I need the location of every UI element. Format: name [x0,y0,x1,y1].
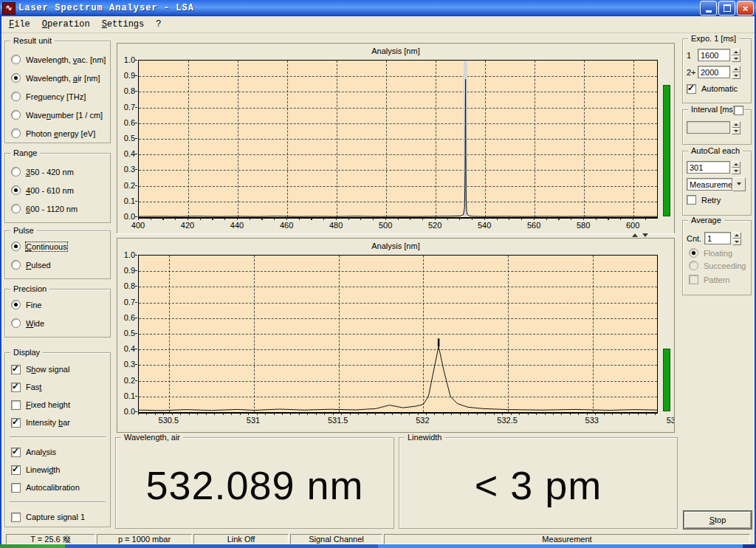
expo2-input[interactable]: 2000 [698,66,730,78]
radio-wavenumber[interactable]: Wavenumber [1 / cm] [5,106,110,124]
radio-label: Photon energy [eV] [26,129,95,138]
radio-indicator [11,129,21,138]
checkbox-indicator [11,513,21,522]
dropdown-arrow-icon[interactable] [732,177,746,191]
exposure-title: Expo. 1 [ms] [688,34,739,43]
radio-fine[interactable]: Fine [5,295,110,314]
plot-area[interactable] [138,60,658,219]
x-axis-tick-label: 540 [468,221,501,230]
status-measurement: Measurement [384,534,750,544]
start-button-edge[interactable] [0,544,65,548]
close-button[interactable]: × [737,1,754,16]
interval-enable-checkbox[interactable] [734,106,743,115]
radio-wavelength-air[interactable]: Wavelength, air [nm] [5,69,110,87]
y-axis-tick-label: 0.6 [117,313,135,322]
plot-area[interactable] [138,255,658,414]
y-axis-tick-label: 0.2 [117,376,135,385]
x-axis-tick-label: 533 [576,416,608,425]
spin-down-icon[interactable] [732,128,740,134]
spin-up-icon[interactable] [732,161,740,168]
checkbox-indicator [11,400,21,410]
radio-indicator [11,204,21,213]
range-group: Range 350 - 420 nm 400 - 610 nm 600 - 11… [4,153,111,223]
left-panel: Result unit Wavelength, vac. [nm] Wavele… [4,41,111,527]
taskbar-app-edge[interactable] [378,544,743,548]
restore-icon [724,4,731,12]
minimize-icon [706,10,712,13]
radio-floating[interactable]: Floating [683,247,751,259]
radio-range-600-1120[interactable]: 600 - 1120 nm [5,199,110,218]
autocal-title: AutoCal each [688,146,743,155]
spin-up-icon[interactable] [732,232,741,239]
y-axis-tick-label: 0.7 [117,298,135,306]
expo1-spinner[interactable] [732,49,740,62]
menu-settings[interactable]: Settings [96,18,151,31]
stop-button[interactable]: Stop [684,511,752,529]
window-title: Laser Spectrum Analyser - LSA [18,3,698,13]
spin-down-icon[interactable] [732,239,741,245]
minimize-button[interactable] [700,1,717,16]
radio-wide[interactable]: Wide [5,314,110,332]
check-fixed-height[interactable]: Fixed height [5,396,110,414]
autocal-group: AutoCal each 301 Measurement Retry [682,151,752,216]
radio-frequency[interactable]: Frequency [THz] [5,87,110,106]
radio-photon-energy[interactable]: Photon energy [eV] [5,124,110,143]
autocal-count-input[interactable]: 301 [687,161,730,174]
check-analysis[interactable]: Analysis [5,443,110,461]
spin-down-icon[interactable] [732,55,740,62]
spin-down-icon[interactable] [732,168,740,174]
check-show-signal[interactable]: Show signal [5,360,110,378]
checkbox-label: Linewidth [26,465,61,474]
radio-wavelength-vac[interactable]: Wavelength, vac. [nm] [5,50,110,69]
check-fast[interactable]: Fast [5,378,110,396]
radio-label: 600 - 1120 nm [26,205,78,213]
check-linewidth[interactable]: Linewidth [5,461,110,479]
intensity-bar [663,349,670,411]
average-spinner[interactable] [732,232,741,245]
radio-range-400-610[interactable]: 400 - 610 nm [5,181,110,199]
x-axis-tick-label: 440 [221,221,253,230]
radio-pulsed[interactable]: Pulsed [5,256,110,274]
y-axis-tick-label: 0.4 [117,344,135,353]
expo1-input[interactable]: 1600 [698,49,730,61]
radio-range-350-420[interactable]: 350 - 420 nm [5,162,110,181]
radio-succeeding[interactable]: Succeeding [683,259,751,272]
radio-indicator [11,55,21,64]
check-pattern[interactable]: Pattern [683,272,751,287]
check-intensity-bar[interactable]: Intensity bar [5,414,110,431]
autocal-spinner[interactable] [732,161,740,174]
interval-input[interactable] [687,121,730,134]
menu-help[interactable]: ? [150,18,167,31]
precision-group: Precision Fine Wide [4,289,111,338]
analysis-chart-full-range[interactable]: Analysis [nm] 40042044046048050052054056… [117,43,675,234]
splitter-down-icon[interactable] [642,233,648,237]
analysis-chart-zoom[interactable]: Analysis [nm] 530.5531531.5532532.553353… [117,238,675,433]
spin-up-icon[interactable] [732,49,740,55]
check-autocalibration[interactable]: Autocalibration [5,479,110,496]
autocal-mode-dropdown[interactable]: Measurement [683,176,751,192]
radio-continuous[interactable]: Continuous [5,237,110,256]
expo2-spinner[interactable] [732,66,740,79]
check-automatic[interactable]: Automatic [683,81,751,97]
check-retry[interactable]: Retry [683,192,751,208]
autocal-mode-value: Measurement [687,178,732,191]
x-axis-tick-label: 530.5 [152,416,185,425]
menu-file[interactable]: File [3,18,36,31]
spectrum-trace [139,61,657,217]
splitter-up-icon[interactable] [632,233,638,237]
radio-indicator [689,261,698,270]
y-axis-tick-label: 0.1 [117,196,135,205]
wavelength-result-title: Wavelength, air [121,433,183,442]
restore-button[interactable] [718,1,735,16]
menu-operation[interactable]: Operation [36,18,96,31]
check-capture-signal[interactable]: Capture signal 1 [5,508,110,526]
spin-up-icon[interactable] [732,66,740,72]
x-axis-tick-label: 560 [518,221,550,230]
spin-up-icon[interactable] [732,121,740,128]
x-axis-tick-label: 580 [567,221,599,230]
spin-down-icon[interactable] [732,72,740,79]
charts-area: Analysis [nm] 40042044046048050052054056… [115,41,678,434]
interval-spinner[interactable] [732,121,740,134]
average-count-input[interactable]: 1 [704,232,731,244]
x-axis-tick-label: 400 [122,221,154,230]
